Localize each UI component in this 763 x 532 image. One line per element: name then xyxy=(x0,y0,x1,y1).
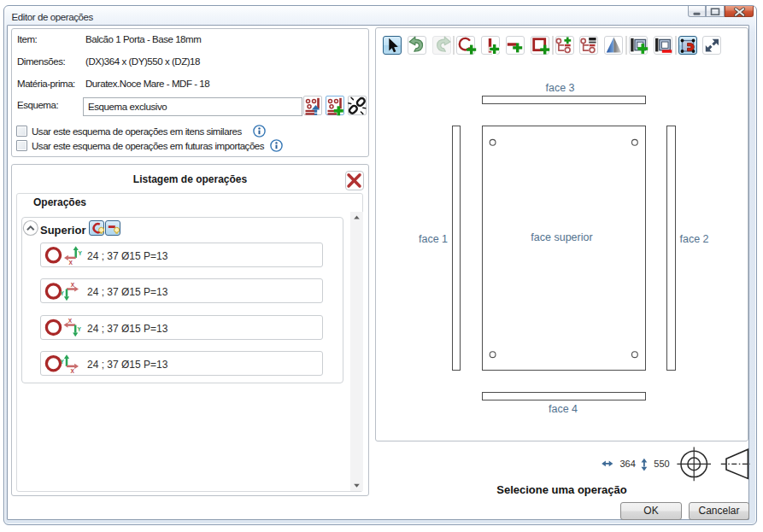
svg-text:Y: Y xyxy=(78,250,82,256)
svg-text:364: 364 xyxy=(620,459,636,469)
svg-text:Y: Y xyxy=(78,326,82,332)
svg-text:X: X xyxy=(71,282,75,288)
svg-text:X: X xyxy=(68,318,73,324)
svg-text:Y: Y xyxy=(60,359,64,365)
svg-text:X: X xyxy=(68,260,73,266)
svg-text:X: X xyxy=(71,368,75,374)
svg-text:550: 550 xyxy=(654,459,669,469)
svg-text:Y: Y xyxy=(60,290,64,296)
